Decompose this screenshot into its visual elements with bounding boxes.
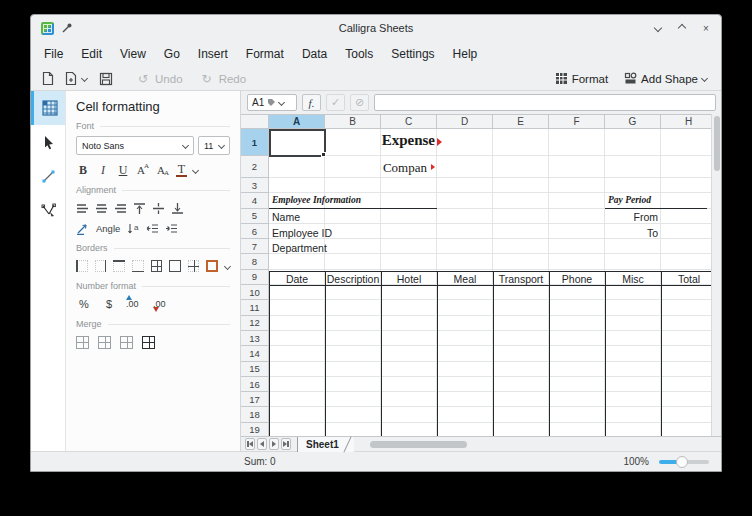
column-header[interactable]: B [325, 114, 381, 129]
row-header[interactable]: 9 [241, 270, 269, 285]
row-header[interactable]: 10 [241, 285, 269, 300]
underline-button[interactable]: U [116, 163, 130, 178]
cell-employee-information[interactable]: Employee Information [272, 195, 361, 205]
merge-cells-button[interactable] [76, 336, 89, 349]
row-header[interactable]: 1 [241, 129, 269, 156]
menu-item[interactable]: View [111, 43, 155, 65]
border-right-button[interactable] [95, 260, 107, 272]
row-header[interactable]: 3 [241, 178, 269, 193]
open-document-button[interactable] [64, 71, 87, 86]
insert-function-button[interactable]: f. [302, 94, 321, 111]
grid-row[interactable] [269, 392, 711, 407]
row-header[interactable]: 11 [241, 300, 269, 315]
grid-row[interactable] [269, 178, 711, 193]
add-shape-dropdown-icon[interactable] [701, 75, 708, 82]
merge-horizontal-button[interactable] [98, 336, 111, 349]
grid-row[interactable] [269, 362, 711, 377]
cell-tool-button[interactable] [31, 91, 65, 125]
column-header[interactable]: E [493, 114, 549, 129]
row-header[interactable]: 15 [241, 362, 269, 377]
border-outline-button[interactable] [169, 260, 181, 272]
text-rotation-button[interactable] [76, 222, 89, 235]
menu-item[interactable]: Tools [336, 43, 382, 65]
decrease-indent-button[interactable] [146, 222, 159, 235]
sheet-canvas[interactable]: Expense Compan Employee Information Pay … [269, 129, 711, 436]
selection-fill-handle[interactable] [321, 152, 326, 157]
menu-item[interactable]: Help [444, 43, 487, 65]
table-header-cell[interactable]: Meal [437, 272, 493, 285]
table-header-cell[interactable]: Total [661, 272, 711, 285]
border-all-button[interactable] [151, 260, 163, 272]
dissociate-cells-button[interactable] [142, 336, 155, 349]
save-button[interactable] [99, 72, 113, 86]
add-shape-button[interactable]: Add Shape [624, 72, 707, 85]
zoom-slider-handle[interactable] [676, 456, 688, 468]
row-header[interactable]: 8 [241, 254, 269, 269]
row-header[interactable]: 5 [241, 209, 269, 224]
column-header[interactable]: H [661, 114, 711, 129]
align-bottom-button[interactable] [171, 202, 184, 215]
border-top-button[interactable] [113, 260, 125, 272]
line-tool-button[interactable] [31, 159, 65, 193]
grid-row[interactable] [269, 407, 711, 422]
first-sheet-button[interactable] [245, 438, 255, 450]
cell-reference-box[interactable]: A1 [247, 94, 297, 111]
menu-item[interactable]: Settings [382, 43, 443, 65]
menu-item[interactable]: Edit [72, 43, 111, 65]
undo-button[interactable]: ↺Undo [138, 72, 183, 86]
font-size-select[interactable]: 11 [198, 136, 230, 155]
merge-vertical-button[interactable] [120, 336, 133, 349]
formula-input[interactable] [374, 94, 716, 111]
subscript-button[interactable]: AA [156, 164, 170, 176]
sheet-tab[interactable]: Sheet1 [297, 437, 354, 452]
table-header-cell[interactable]: Description [325, 272, 381, 285]
grid-row[interactable] [269, 423, 711, 436]
close-icon[interactable]: × [701, 23, 711, 33]
cell-to[interactable]: To [605, 227, 658, 239]
previous-sheet-button[interactable] [257, 438, 267, 450]
vertical-scrollbar[interactable] [711, 114, 721, 436]
maximize-icon[interactable] [677, 23, 687, 33]
column-header[interactable]: G [605, 114, 661, 129]
select-all-corner[interactable] [241, 114, 269, 129]
zoom-slider[interactable] [659, 455, 709, 469]
table-header-cell[interactable]: Hotel [381, 272, 437, 285]
cell-pay-period[interactable]: Pay Period [608, 195, 651, 205]
menu-item[interactable]: File [35, 43, 72, 65]
cell-from[interactable]: From [605, 211, 658, 223]
open-dropdown-icon[interactable] [81, 75, 88, 82]
border-left-button[interactable] [76, 260, 88, 272]
border-dropdown-icon[interactable] [224, 263, 231, 270]
cell-name[interactable]: Name [272, 211, 300, 223]
row-header[interactable]: 19 [241, 423, 269, 436]
align-center-button[interactable] [95, 202, 108, 215]
new-document-button[interactable] [41, 71, 55, 86]
cell-subtitle[interactable]: Compan [269, 160, 427, 176]
grid-row[interactable] [269, 316, 711, 331]
border-bottom-button[interactable] [132, 260, 144, 272]
decrease-precision-button[interactable]: .00 [153, 299, 171, 309]
table-header-cell[interactable]: Date [269, 272, 325, 285]
vertical-text-button[interactable]: a [127, 222, 140, 235]
redo-button[interactable]: ↻Redo [202, 72, 247, 86]
row-header[interactable]: 6 [241, 224, 269, 239]
row-header[interactable]: 7 [241, 239, 269, 254]
angle-label[interactable]: Angle [95, 223, 121, 234]
font-color-button[interactable]: T [176, 164, 187, 177]
increase-indent-button[interactable] [165, 222, 178, 235]
grid-row[interactable] [269, 285, 711, 300]
border-color-button[interactable] [206, 260, 218, 272]
row-header[interactable]: 12 [241, 316, 269, 331]
grid-row[interactable] [269, 346, 711, 361]
row-header[interactable]: 4 [241, 193, 269, 208]
align-left-button[interactable] [76, 202, 89, 215]
table-header-cell[interactable]: Misc [605, 272, 661, 285]
horizontal-scrollbar-thumb[interactable] [370, 441, 467, 448]
align-right-button[interactable] [114, 202, 127, 215]
row-header[interactable]: 14 [241, 346, 269, 361]
column-header[interactable]: C [381, 114, 437, 129]
table-header-cell[interactable]: Phone [549, 272, 605, 285]
grid-row[interactable] [269, 377, 711, 392]
path-tool-button[interactable] [31, 193, 65, 227]
menu-item[interactable]: Insert [189, 43, 237, 65]
